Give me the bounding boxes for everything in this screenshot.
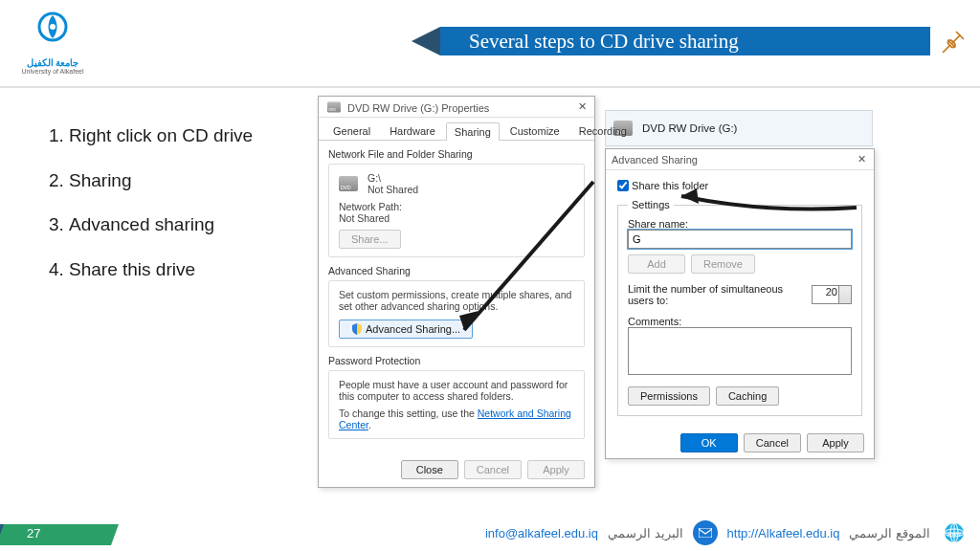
caching-button[interactable]: Caching	[716, 386, 779, 406]
netpath-value: Not Shared	[339, 212, 574, 224]
tab-hardware[interactable]: Hardware	[381, 121, 444, 140]
advanced-sharing-button[interactable]: Advanced Sharing...	[339, 320, 473, 339]
add-button[interactable]: Add	[628, 254, 685, 274]
divider	[0, 86, 980, 88]
svg-point-1	[50, 24, 56, 30]
logo-icon	[30, 8, 76, 54]
adv-title: Advanced Sharing	[612, 154, 698, 165]
footer-site-ar: الموقع الرسمي	[849, 526, 930, 540]
nfs-heading: Network File and Folder Sharing	[328, 148, 585, 160]
slide-title-banner: Several steps to CD drive sharing	[440, 27, 930, 55]
share-folder-check-input[interactable]	[617, 180, 629, 191]
adv-titlebar: Advanced Sharing ✕	[606, 149, 874, 170]
svg-text:www: www	[947, 531, 961, 537]
dvd-icon	[339, 176, 358, 191]
logo-text-en: University of Alkafeel	[19, 68, 86, 75]
properties-tabs: General Hardware Sharing Customize Recor…	[319, 118, 594, 141]
adv-desc: Set custom permissions, create multiple …	[339, 289, 574, 312]
drive-header: DVD RW Drive (G:)	[605, 110, 873, 146]
sharename-input[interactable]	[628, 230, 852, 249]
nfs-status: Not Shared	[368, 184, 418, 195]
university-logo: جامعة الكفيل University of Alkafeel	[19, 8, 86, 75]
footer-email-ar: البريد الرسمي	[608, 526, 683, 540]
remove-button[interactable]: Remove	[691, 254, 755, 274]
ok-button[interactable]: OK	[680, 433, 738, 452]
step-item: Advanced sharing	[69, 213, 260, 237]
pwd-desc: People must have a user account and pass…	[339, 379, 574, 402]
permissions-button[interactable]: Permissions	[628, 386, 710, 406]
svg-rect-6	[699, 528, 712, 538]
settings-fieldset: Settings Share name: Add Remove Limit th…	[617, 199, 862, 416]
page-number: 27	[27, 526, 40, 540]
tab-sharing[interactable]: Sharing	[446, 122, 500, 141]
properties-title: DVD RW Drive (G:) Properties	[347, 102, 489, 114]
comments-label: Comments:	[628, 316, 852, 327]
adv-heading: Advanced Sharing	[328, 265, 585, 276]
tab-recording[interactable]: Recording	[570, 121, 635, 140]
pwd-link-prefix: To change this setting, use the	[339, 408, 478, 419]
pin-icon	[940, 29, 967, 55]
step-item: Share this drive	[69, 258, 260, 282]
www-icon: www	[940, 521, 969, 544]
comments-textarea[interactable]	[628, 327, 852, 375]
email-icon	[693, 520, 718, 545]
slide-title: Several steps to CD drive sharing	[469, 30, 739, 54]
step-item: Right click on CD drive	[69, 124, 260, 148]
tab-general[interactable]: General	[324, 121, 379, 140]
sharename-label: Share name:	[628, 218, 852, 230]
slide-footer: 27 info@alkafeel.edu.iq البريد الرسمي ht…	[0, 520, 980, 551]
limit-spinner[interactable]: 20	[812, 285, 852, 304]
steps-list: Right click on CD drive Sharing Advanced…	[69, 124, 260, 303]
cancel-button[interactable]: Cancel	[464, 460, 522, 479]
netpath-label: Network Path:	[339, 201, 574, 212]
close-button[interactable]: Close	[401, 460, 458, 479]
step-item: Sharing	[69, 169, 260, 193]
tab-customize[interactable]: Customize	[501, 121, 568, 140]
apply-button[interactable]: Apply	[807, 433, 864, 452]
share-folder-checkbox[interactable]: Share this folder	[617, 180, 708, 191]
share-button[interactable]: Share...	[339, 230, 401, 249]
settings-legend: Settings	[628, 199, 674, 210]
logo-text-ar: جامعة الكفيل	[19, 57, 86, 68]
cancel-button[interactable]: Cancel	[744, 433, 801, 452]
footer-email: info@alkafeel.edu.iq	[485, 526, 598, 540]
dvd-icon	[327, 101, 341, 112]
shield-icon	[351, 323, 363, 335]
pwd-heading: Password Protection	[328, 355, 585, 366]
nfs-path: G:\	[368, 172, 418, 184]
properties-titlebar: DVD RW Drive (G:) Properties ✕	[319, 97, 594, 118]
page-badge: 27	[0, 524, 115, 545]
limit-label: Limit the number of simultaneous users t…	[628, 283, 806, 306]
close-icon[interactable]: ✕	[855, 153, 868, 166]
drive-label: DVD RW Drive (G:)	[642, 122, 737, 134]
properties-dialog: DVD RW Drive (G:) Properties ✕ General H…	[318, 96, 595, 488]
close-icon[interactable]: ✕	[575, 100, 589, 114]
advanced-sharing-dialog: Advanced Sharing ✕ Share this folder Set…	[605, 148, 875, 459]
footer-site: http://Alkafeel.edu.iq	[727, 526, 840, 540]
apply-button[interactable]: Apply	[527, 460, 585, 479]
